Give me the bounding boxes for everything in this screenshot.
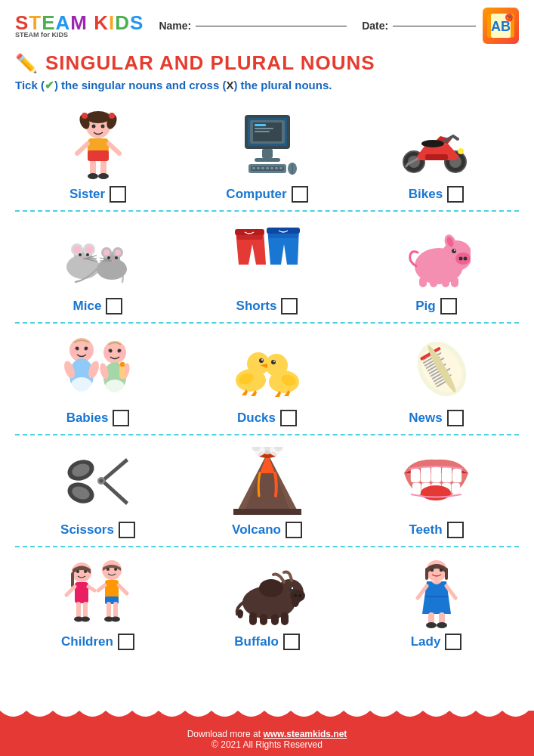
svg-rect-196	[425, 568, 428, 580]
svg-point-183	[259, 579, 283, 597]
mice-image	[60, 219, 136, 295]
title-section: ✏️ SINGULAR AND PLURAL NOUNS	[0, 48, 534, 79]
buffalo-checkbox[interactable]	[283, 634, 300, 650]
teeth-label-row: Teeth	[409, 522, 463, 538]
svg-rect-85	[442, 278, 449, 287]
svg-rect-192	[281, 612, 289, 625]
logo-text: STEAM KIDS	[15, 13, 144, 33]
buffalo-label-row: Buffalo	[234, 634, 300, 650]
svg-rect-39	[279, 167, 282, 169]
item-babies: Babies	[15, 331, 181, 426]
svg-point-91	[86, 349, 92, 355]
svg-rect-164	[76, 602, 81, 618]
svg-point-158	[421, 485, 451, 500]
bikes-label-row: Bikes	[409, 186, 464, 203]
svg-rect-29	[262, 149, 273, 158]
svg-rect-73	[267, 228, 300, 234]
logo-subtitle: STEAM for KIDS	[15, 31, 68, 39]
svg-point-133	[100, 479, 103, 483]
svg-rect-160	[71, 572, 74, 587]
svg-text:AB: AB	[491, 19, 511, 34]
svg-rect-151	[442, 467, 452, 482]
bikes-label: Bikes	[409, 187, 443, 202]
sister-label-row: Sister	[69, 186, 126, 203]
teeth-checkbox[interactable]	[447, 522, 464, 538]
mice-label: Mice	[73, 299, 102, 314]
svg-rect-36	[266, 167, 269, 169]
ducks-checkbox[interactable]	[280, 410, 297, 426]
news-label: News	[409, 411, 442, 426]
svg-point-66	[115, 249, 121, 256]
item-sister: Sister	[15, 107, 181, 203]
svg-point-188	[291, 587, 292, 588]
svg-line-18	[77, 144, 88, 153]
shorts-checkbox[interactable]	[281, 298, 298, 314]
tick-mark: ✔	[45, 79, 54, 91]
volcano-checkbox[interactable]	[286, 522, 302, 538]
lady-label: Lady	[411, 634, 441, 649]
footer: Download more at www.steamkids.net © 202…	[0, 723, 534, 756]
item-lady: Lady	[353, 555, 519, 650]
volcano-image	[233, 443, 301, 519]
pig-checkbox[interactable]	[440, 298, 457, 314]
children-image	[60, 555, 136, 631]
news-label-row: News	[409, 410, 463, 426]
computer-image	[233, 107, 301, 183]
mice-checkbox[interactable]	[106, 298, 122, 314]
sister-image	[68, 107, 128, 183]
sister-checkbox[interactable]	[110, 186, 126, 203]
svg-point-10	[109, 113, 115, 119]
news-checkbox[interactable]	[447, 410, 464, 426]
svg-rect-35	[261, 167, 264, 169]
babies-label-row: Babies	[66, 410, 130, 426]
pencil-icon: ✏️	[15, 53, 38, 74]
svg-rect-197	[445, 568, 448, 580]
footer-copyright: © 2021 All Rights Reserved	[15, 739, 519, 750]
volcano-label-row: Volcano	[232, 522, 302, 538]
buffalo-image	[230, 555, 305, 631]
svg-point-56	[86, 253, 89, 256]
babies-checkbox[interactable]	[113, 410, 129, 426]
svg-rect-84	[430, 278, 437, 287]
teeth-label: Teeth	[409, 522, 442, 538]
svg-point-171	[106, 568, 110, 571]
svg-point-186	[298, 594, 301, 597]
svg-text:🍎: 🍎	[506, 15, 513, 22]
svg-rect-147	[233, 509, 301, 515]
svg-point-78	[463, 257, 467, 261]
svg-point-52	[73, 246, 81, 253]
lady-checkbox[interactable]	[445, 634, 461, 650]
date-label: Date:	[362, 20, 388, 32]
svg-line-169	[88, 587, 94, 590]
ducks-image	[230, 331, 305, 407]
item-ducks: Ducks	[184, 331, 350, 426]
svg-point-172	[114, 568, 117, 571]
cross-mark: X	[226, 79, 233, 91]
svg-rect-20	[88, 150, 109, 161]
svg-rect-165	[83, 602, 88, 618]
children-checkbox[interactable]	[118, 634, 134, 650]
lady-label-row: Lady	[411, 634, 462, 650]
scissors-checkbox[interactable]	[119, 522, 135, 538]
svg-point-199	[439, 568, 442, 571]
bikes-checkbox[interactable]	[447, 186, 464, 203]
svg-rect-26	[255, 124, 266, 126]
svg-rect-148	[411, 469, 420, 482]
subtitle: Tick (✔) the singular nouns and cross (X…	[0, 79, 534, 100]
svg-point-104	[105, 380, 125, 393]
bikes-image	[399, 107, 474, 183]
svg-point-11	[91, 124, 95, 128]
svg-rect-175	[106, 602, 111, 618]
lady-image	[410, 555, 463, 631]
svg-point-95	[71, 377, 92, 392]
svg-rect-163	[75, 582, 88, 603]
svg-point-115	[273, 361, 275, 362]
svg-rect-30	[255, 158, 280, 162]
computer-checkbox[interactable]	[292, 186, 308, 203]
svg-line-168	[66, 587, 75, 595]
svg-point-17	[98, 173, 109, 179]
item-shorts: Shorts	[184, 219, 350, 314]
svg-point-68	[115, 256, 118, 259]
item-news: NEWS N	[353, 331, 519, 426]
svg-point-159	[72, 562, 91, 582]
